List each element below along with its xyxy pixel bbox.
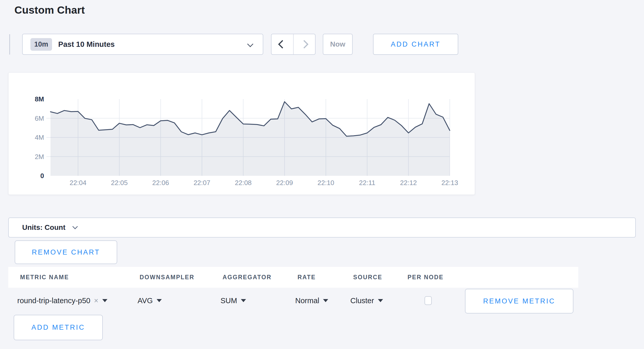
chevron-left-icon: [278, 40, 287, 49]
y-axis-label: 4M: [35, 134, 44, 141]
remove-chart-button[interactable]: REMOVE CHART: [15, 240, 117, 264]
caret-down-icon: [102, 299, 107, 302]
units-label: Units: Count: [22, 223, 65, 232]
x-axis-label: 22:12: [400, 179, 417, 187]
toolbar-divider: [9, 34, 10, 55]
y-axis-label: 0: [40, 172, 44, 180]
page-title: Custom Chart: [14, 4, 85, 16]
x-axis-label: 22:13: [441, 179, 458, 187]
caret-down-icon: [323, 299, 328, 302]
aggregator-dropdown[interactable]: SUM: [221, 288, 246, 313]
caret-down-icon: [241, 299, 246, 302]
downsampler-value: AVG: [138, 296, 153, 305]
x-axis-label: 22:05: [111, 179, 128, 187]
add-chart-button[interactable]: ADD CHART: [373, 34, 458, 55]
timeseries-chart: 8M6M4M2M022:0422:0522:0622:0722:0822:092…: [9, 73, 475, 195]
y-axis-label: 2M: [35, 153, 44, 161]
metric-name-value: round-trip-latency-p50: [17, 296, 90, 305]
metrics-table-header: METRIC NAME DOWNSAMPLER AGGREGATOR RATE …: [8, 267, 578, 288]
units-dropdown[interactable]: Units: Count: [8, 217, 636, 238]
chart-card: 8M6M4M2M022:0422:0522:0622:0722:0822:092…: [8, 72, 475, 195]
y-axis-label: 6M: [35, 115, 44, 122]
prev-time-button[interactable]: [272, 34, 294, 54]
header-aggregator: AGGREGATOR: [223, 267, 272, 288]
header-per-node: PER NODE: [408, 267, 444, 288]
chevron-right-icon: [300, 40, 309, 49]
metric-name-dropdown[interactable]: round-trip-latency-p50 ×: [17, 288, 107, 313]
caret-down-icon: [157, 299, 162, 302]
rate-value: Normal: [295, 296, 319, 305]
source-dropdown[interactable]: Cluster: [350, 288, 383, 313]
x-axis-label: 22:09: [276, 179, 293, 187]
time-range-badge: 10m: [30, 38, 52, 51]
downsampler-dropdown[interactable]: AVG: [138, 288, 162, 313]
area-fill: [50, 102, 450, 176]
y-axis-labels: 8M6M4M2M0: [35, 95, 44, 180]
next-time-button[interactable]: [294, 34, 315, 54]
per-node-checkbox[interactable]: [425, 296, 432, 305]
remove-x-icon[interactable]: ×: [94, 296, 98, 305]
time-step-buttons: [271, 34, 316, 55]
x-axis-labels: 22:0422:0522:0622:0722:0822:0922:1022:11…: [70, 179, 458, 187]
chevron-down-icon: [72, 224, 78, 229]
x-axis-label: 22:10: [317, 179, 334, 187]
rate-dropdown[interactable]: Normal: [295, 288, 328, 313]
x-axis-label: 22:11: [359, 179, 375, 187]
time-range-label: Past 10 Minutes: [58, 40, 115, 49]
header-downsampler: DOWNSAMPLER: [140, 267, 194, 288]
remove-metric-button[interactable]: REMOVE METRIC: [465, 289, 573, 313]
add-metric-button[interactable]: ADD METRIC: [14, 315, 103, 340]
x-axis-label: 22:06: [152, 179, 169, 187]
metric-row: round-trip-latency-p50 × AVG SUM Normal …: [8, 288, 578, 313]
y-axis-label: 8M: [35, 95, 44, 103]
x-axis-label: 22:08: [235, 179, 252, 187]
header-rate: RATE: [298, 267, 316, 288]
aggregator-value: SUM: [221, 296, 237, 305]
source-value: Cluster: [350, 296, 374, 305]
now-button[interactable]: Now: [323, 34, 353, 55]
time-range-dropdown[interactable]: 10m Past 10 Minutes: [22, 34, 263, 55]
x-axis-label: 22:07: [193, 179, 210, 187]
caret-down-icon: [378, 299, 383, 302]
header-metric-name: METRIC NAME: [20, 267, 69, 288]
chevron-down-icon: [247, 41, 253, 47]
x-axis-label: 22:04: [70, 179, 86, 187]
header-source: SOURCE: [353, 267, 382, 288]
